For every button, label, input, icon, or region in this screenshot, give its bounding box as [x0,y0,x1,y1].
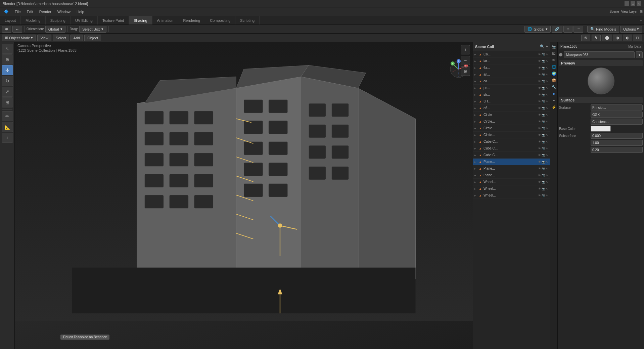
shading-wire-btn[interactable]: ◻ [633,35,642,41]
tab-uv-editing[interactable]: UV Editing [71,16,98,25]
selectable-icon[interactable]: ↖ [546,187,549,190]
selectable-icon[interactable]: ↖ [546,147,549,150]
outliner-item-21[interactable]: ▸ ▲ Wheel... 👁 📷 ↖ [473,192,550,199]
selectable-icon[interactable]: ↖ [546,86,549,90]
subsurface3-input[interactable]: 0.20 [591,147,643,153]
render-icon[interactable]: 📷 [542,167,545,170]
add-workspace-icon[interactable]: + [640,18,642,23]
outliner-item-15[interactable]: ▸ ▲ Cube.C... 👁 📷 ↖ [473,152,550,159]
move-btn[interactable]: ↔ [12,26,22,33]
gizmo-btn[interactable]: ↯ [592,35,601,41]
outliner-item-20[interactable]: ▸ ▲ Wheel... 👁 📷 ↖ [473,185,550,192]
selectable-icon[interactable]: ↖ [546,167,549,170]
outliner-item-18[interactable]: ▸ ▲ Plane... 👁 📷 ↖ [473,172,550,179]
shading-matprev-btn[interactable]: ◑ [613,35,622,41]
view-prop-btn[interactable]: 👁 [551,57,557,63]
eye-icon[interactable]: 👁 [538,133,541,137]
world-prop-btn[interactable]: 🌍 [551,71,557,77]
render-icon[interactable]: 📷 [542,127,545,130]
eye-icon[interactable]: 👁 [538,80,541,83]
add-collection-icon[interactable]: + [546,44,548,49]
outliner-item-0[interactable]: ▸ ▲ Co... 👁 📷 ↖ [473,51,550,58]
scene-prop-btn[interactable]: 🌐 [551,64,557,70]
render-icon[interactable]: 📷 [542,133,545,137]
maximize-button[interactable]: □ [631,1,635,6]
surface-type-dropdown[interactable]: Principl... [591,104,643,111]
outliner-item-8[interactable]: ▸ ▲ об... 👁 📷 ↖ [473,105,550,112]
object-menu-btn[interactable]: Object [84,35,101,41]
orientation-dropdown[interactable]: Global ▾ [45,26,65,33]
tab-scripting[interactable]: Scripting [235,16,260,25]
eye-icon[interactable]: 👁 [538,86,541,90]
modifier-prop-btn[interactable]: 🔧 [551,84,557,90]
tab-texture-paint[interactable]: Texture Paint [98,16,129,25]
render-icon[interactable]: 📷 [542,80,545,83]
outliner-item-7[interactable]: ▸ ▲ 3Н... 👁 📷 ↖ [473,98,550,105]
eye-icon[interactable]: 👁 [538,120,541,123]
view-menu-btn[interactable]: View [37,35,51,41]
selectable-icon[interactable]: ↖ [546,133,549,137]
outliner-item-19[interactable]: ▸ ▲ Wheel... 👁 📷 ↖ [473,179,550,185]
pan-btn[interactable]: ⊕ [461,67,470,76]
render-icon[interactable]: 📷 [542,187,545,190]
proportional-btn[interactable]: ⊙ [563,26,572,33]
add-tool-btn[interactable]: + [2,133,13,143]
eye-icon[interactable]: 👁 [538,66,541,70]
render-icon[interactable]: 📷 [542,100,545,103]
outliner-item-17[interactable]: ▸ ▲ Plane... 👁 📷 ↖ [473,165,550,172]
shading-rendered-btn[interactable]: ◐ [623,35,632,41]
selectable-icon[interactable]: ↖ [546,180,549,184]
selectable-icon[interactable]: ↖ [546,66,549,70]
global-dropdown[interactable]: 🌐 Global ▾ [524,26,551,33]
physics-prop-btn[interactable]: ⚡ [551,104,557,110]
tab-animation[interactable]: Animation [152,16,179,25]
outliner-item-2[interactable]: ▸ ▲ 6a... 👁 📷 ↖ [473,64,550,71]
output-prop-btn[interactable]: 🖼 [551,50,557,56]
eye-icon[interactable]: 👁 [538,140,541,143]
tab-rendering[interactable]: Rendering [178,16,205,25]
eye-icon[interactable]: 👁 [538,174,541,177]
render-icon[interactable]: 📷 [542,106,545,110]
eye-icon[interactable]: 👁 [538,73,541,76]
eye-icon[interactable]: 👁 [538,127,541,130]
particles-prop-btn[interactable]: ✦ [551,97,557,103]
filter-icon[interactable]: 🔍 [540,44,545,49]
outliner-item-13[interactable]: ▸ ▲ Cube.C... 👁 📷 ↖ [473,138,550,145]
display-btn[interactable]: ⋯ [573,26,583,33]
render-icon[interactable]: 📷 [542,140,545,143]
select-tool-btn[interactable]: ↖ [2,44,13,54]
render-icon[interactable]: 📷 [542,59,545,63]
render-icon[interactable]: 📷 [542,93,545,96]
selectable-icon[interactable]: ↖ [546,93,549,96]
menu-help[interactable]: Help [74,9,87,14]
render-icon[interactable]: 📷 [542,53,545,56]
select-box-dropdown[interactable]: Select Box ▾ [79,26,106,33]
tab-layout[interactable]: Layout [0,16,21,25]
render-icon[interactable]: 📷 [542,66,545,70]
eye-icon[interactable]: 👁 [538,187,541,190]
outliner-item-3[interactable]: ▸ ▲ an... 👁 📷 ↖ [473,71,550,78]
eye-icon[interactable]: 👁 [538,53,541,56]
material-name-field[interactable]: Материал.063 [564,51,635,58]
render-icon[interactable]: 📷 [542,113,545,117]
transform-tool-btn[interactable]: ⊞ [2,97,13,107]
cursor-tool-btn[interactable]: ⊕ [2,54,13,64]
eye-icon[interactable]: 👁 [538,59,541,63]
render-icon[interactable]: 📷 [542,86,545,90]
tab-modeling[interactable]: Modeling [21,16,46,25]
scale-tool-btn[interactable]: ⤢ [2,87,13,97]
eye-icon[interactable]: 👁 [538,100,541,103]
selectable-icon[interactable]: ↖ [546,174,549,177]
selectable-icon[interactable]: ↖ [546,160,549,164]
move-tool-btn[interactable]: ✛ [2,65,13,75]
render-icon[interactable]: 📷 [542,73,545,76]
select-menu-btn[interactable]: Select [53,35,69,41]
selectable-icon[interactable]: ↖ [546,194,549,197]
tab-sculpting[interactable]: Sculpting [46,16,71,25]
viewport[interactable]: Camera Perspective (122) Scene Collectio… [15,42,473,349]
selectable-icon[interactable]: ↖ [546,106,549,110]
zoom-out-btn[interactable]: − [461,56,470,65]
eye-icon[interactable]: 👁 [538,113,541,117]
overlay-btn[interactable]: ⊚ [581,35,590,41]
render-icon[interactable]: 📷 [542,160,545,164]
